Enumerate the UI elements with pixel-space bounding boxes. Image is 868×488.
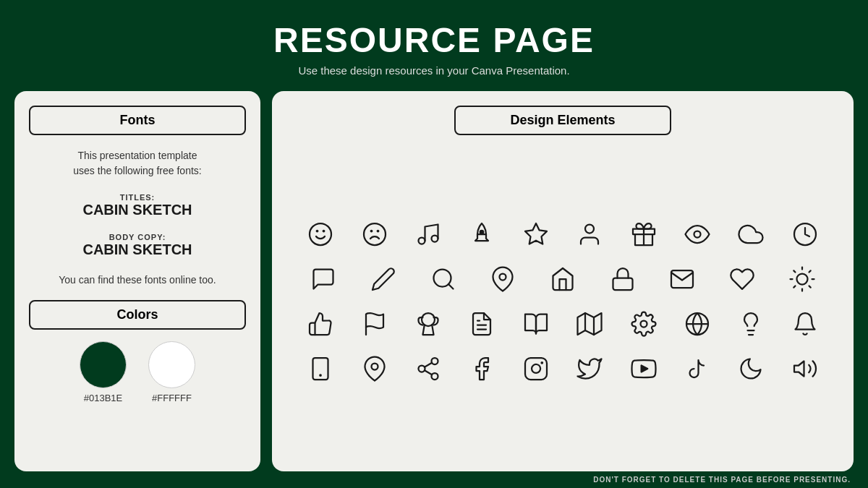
svg-marker-50 (641, 365, 647, 372)
book-icon (516, 304, 556, 343)
fonts-description: This presentation templateuses the follo… (73, 148, 201, 179)
svg-point-35 (640, 320, 647, 327)
pencil-icon (364, 260, 403, 299)
icons-grid (294, 145, 832, 457)
lightbulb-icon (731, 304, 770, 343)
icons-row-4 (294, 349, 832, 388)
svg-line-26 (793, 286, 795, 287)
svg-point-10 (585, 224, 594, 233)
sun-icon (783, 260, 822, 299)
fonts-header: Fonts (29, 106, 246, 135)
body-font-label: BODY COPY: (82, 233, 192, 241)
icons-row-3 (294, 304, 832, 343)
tiktok-icon (678, 349, 717, 388)
home-icon (543, 260, 582, 299)
trophy-icon (409, 304, 448, 343)
svg-line-47 (425, 362, 432, 367)
title-font-name: CABIN SKETCH (82, 202, 192, 218)
colors-header: Colors (29, 300, 246, 330)
chat-icon (304, 260, 343, 299)
cloud-icon (731, 215, 770, 254)
globe-icon (678, 304, 717, 343)
right-panel: Design Elements (272, 91, 854, 471)
page-title: RESOURCE PAGE (273, 20, 595, 60)
footer-note: DON'T FORGET TO DELETE THIS PAGE BEFORE … (0, 471, 868, 488)
person-icon (570, 215, 609, 254)
instagram-icon (516, 349, 556, 388)
svg-point-7 (431, 235, 438, 241)
color-swatch-white: #FFFFFF (148, 341, 195, 403)
search-icon (424, 260, 463, 299)
sad-face-icon (355, 215, 394, 254)
svg-point-17 (500, 273, 506, 280)
twitter-icon (570, 349, 609, 388)
svg-point-13 (694, 231, 700, 237)
title-font-label: TITLES: (82, 193, 192, 202)
body-font-item: BODY COPY: CABIN SKETCH (82, 233, 192, 258)
svg-line-16 (448, 283, 454, 288)
svg-line-23 (809, 286, 810, 287)
youtube-icon (624, 349, 663, 388)
svg-point-44 (418, 365, 425, 372)
flag-icon (355, 304, 394, 343)
megaphone-icon (786, 349, 825, 388)
icons-row-2 (294, 260, 832, 299)
svg-point-0 (310, 223, 331, 245)
page-subtitle: Use these design resources in your Canva… (273, 64, 595, 77)
color-circle-dark (80, 341, 127, 388)
svg-rect-48 (525, 358, 547, 380)
clock-icon (786, 215, 825, 254)
pin-icon (483, 260, 522, 299)
main-content: Fonts This presentation templateuses the… (0, 91, 868, 471)
mobile-icon (301, 349, 340, 388)
svg-point-29 (422, 313, 435, 326)
color-circle-white (148, 341, 195, 388)
music-icon (409, 215, 448, 254)
svg-line-22 (793, 270, 795, 272)
colors-section: Colors #013B1E #FFFFFF (29, 300, 246, 403)
svg-point-3 (364, 223, 386, 245)
color-hex-white: #FFFFFF (152, 393, 192, 403)
svg-point-8 (480, 230, 484, 234)
share-icon (409, 349, 448, 388)
document-icon (462, 304, 501, 343)
heart-icon (723, 260, 762, 299)
svg-rect-18 (613, 278, 632, 290)
design-elements-header: Design Elements (454, 106, 671, 135)
gift-icon (624, 215, 663, 254)
icons-row-1 (294, 215, 832, 254)
map-icon (570, 304, 609, 343)
svg-point-19 (796, 273, 807, 284)
left-panel: Fonts This presentation templateuses the… (14, 91, 260, 471)
svg-point-43 (431, 358, 438, 364)
lock-icon (603, 260, 642, 299)
thumbs-up-icon (301, 304, 340, 343)
color-hex-dark: #013B1E (84, 393, 123, 403)
mail-icon (663, 260, 702, 299)
svg-point-45 (431, 373, 438, 380)
smiley-icon (301, 215, 340, 254)
svg-marker-32 (578, 313, 602, 335)
svg-line-27 (809, 270, 810, 272)
svg-line-46 (425, 370, 432, 374)
location-pin-icon (355, 349, 394, 388)
color-swatches: #013B1E #FFFFFF (29, 341, 246, 403)
moon-icon (731, 349, 770, 388)
svg-point-6 (418, 237, 425, 244)
svg-point-42 (371, 363, 378, 369)
facebook-icon (462, 349, 501, 388)
star-icon (516, 215, 556, 254)
page-header: RESOURCE PAGE Use these design resources… (273, 0, 595, 84)
bell-icon (786, 304, 825, 343)
eye-icon (678, 215, 717, 254)
color-swatch-dark: #013B1E (80, 341, 127, 403)
gear-icon (624, 304, 663, 343)
svg-marker-9 (525, 223, 547, 244)
body-font-name: CABIN SKETCH (82, 241, 192, 258)
rocket-icon (462, 215, 501, 254)
fonts-find-text: You can find these fonts online too. (59, 274, 216, 286)
title-font-item: TITLES: CABIN SKETCH (82, 193, 192, 218)
design-elements-header-wrapper: Design Elements (294, 106, 832, 135)
